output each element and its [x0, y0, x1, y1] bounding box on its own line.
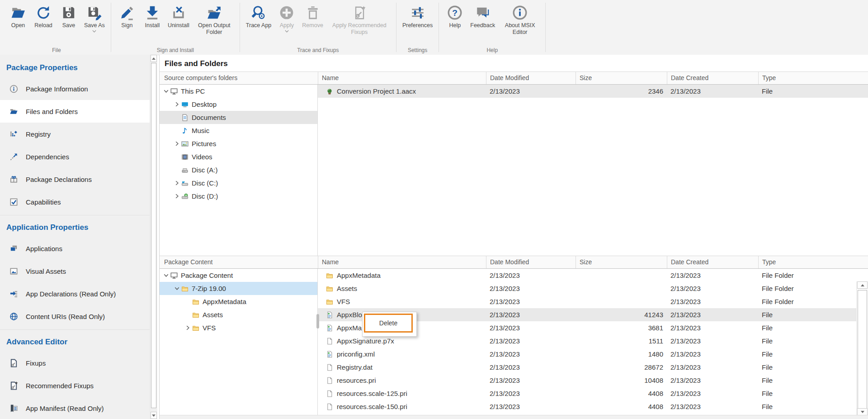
column-header-date-modified[interactable]: Date Modified [486, 256, 576, 268]
chevron-right-icon[interactable] [173, 101, 181, 108]
scroll-down-icon[interactable] [857, 408, 868, 415]
sidebar-scrollbar-thumb[interactable] [151, 63, 156, 408]
file-name: resources.scale-150.pri [337, 400, 407, 413]
context-menu-item-delete[interactable]: Delete [364, 314, 413, 333]
sidebar-item-registry[interactable]: Registry [0, 123, 150, 145]
chevron-right-icon[interactable] [173, 180, 181, 186]
tree-item-7-zip-19-00[interactable]: 7-Zip 19.00 [160, 282, 317, 295]
tree-column-header[interactable]: Package Content [160, 256, 318, 268]
tree-item-assets[interactable]: Assets [160, 308, 317, 321]
app-declarations-list-icon [9, 290, 18, 298]
about-msix-editor-button[interactable]: About MSIX Editor [498, 3, 542, 36]
tree-item-package-content[interactable]: Package Content [160, 269, 317, 282]
horizontal-scrollbar-track[interactable] [160, 415, 868, 419]
file-row-resources-scale-150-pri[interactable]: resources.scale-150.pri2/13/202344082/13… [318, 400, 857, 413]
chevron-right-icon[interactable] [184, 324, 192, 331]
tree-item-disc-a[interactable]: Disc (A:) [160, 163, 317, 176]
column-header-size[interactable]: Size [576, 256, 667, 268]
tree-item-disc-d[interactable]: Disc (D:) [160, 190, 317, 203]
plain-file-icon [326, 377, 333, 384]
file-type-cell: File [758, 321, 857, 334]
file-row-registry-dat[interactable]: Registry.dat2/13/2023286722/13/2023File [318, 361, 857, 374]
trace-app-button[interactable]: Trace App [243, 3, 274, 29]
column-header-type[interactable]: Type [758, 256, 868, 268]
file-list-scrollbar-thumb[interactable] [858, 290, 867, 415]
sidebar-item-app-manifest-read-only[interactable]: App Manifest (Read Only) [0, 397, 150, 419]
sidebar-item-fixups[interactable]: Fixups [0, 352, 150, 374]
file-row-assets[interactable]: Assets2/13/20232/13/2023File Folder [318, 282, 857, 295]
open-output-folder-button[interactable]: Open Output Folder [192, 3, 236, 36]
chevron-right-icon[interactable] [173, 140, 181, 147]
chevron-down-icon[interactable] [285, 30, 289, 33]
open-button[interactable]: Open [5, 3, 31, 29]
save-as-button[interactable]: Save As [81, 3, 108, 33]
tree-item-this-pc[interactable]: This PC [160, 85, 317, 98]
file-type-cell: File [758, 374, 857, 387]
tree-item-disc-c[interactable]: Disc (C:) [160, 176, 317, 190]
plain-file-icon [326, 390, 333, 397]
aacx-file-icon [326, 88, 333, 95]
chevron-right-icon[interactable] [173, 193, 181, 200]
file-row-conversion-project-1-aacx[interactable]: Conversion Project 1.aacx2/13/202323462/… [318, 85, 868, 98]
file-type-cell: File [758, 85, 868, 98]
sidebar-item-package-information[interactable]: Package Information [0, 77, 150, 100]
file-row-resources-pri[interactable]: resources.pri2/13/2023104082/13/2023File [318, 374, 857, 387]
folder-icon [192, 298, 199, 305]
tree-item-appxmetadata[interactable]: AppxMetadata [160, 295, 317, 308]
chevron-down-icon[interactable] [92, 30, 96, 33]
sign-pencil-icon [119, 3, 135, 22]
button-label: Open [11, 22, 25, 29]
sidebar-item-recommended-fixups[interactable]: Recommended Fixups [0, 374, 150, 397]
column-header-size[interactable]: Size [576, 72, 667, 84]
scroll-down-icon[interactable] [151, 412, 157, 419]
tree-column-header[interactable]: Source computer's folders [160, 72, 318, 84]
tree-item-pictures[interactable]: Pictures [160, 137, 317, 150]
tree-item-documents[interactable]: Documents [160, 111, 317, 124]
column-header-type[interactable]: Type [758, 72, 868, 84]
sidebar-item-app-declarations-read-only[interactable]: App Declarations (Read Only) [0, 282, 150, 305]
chevron-down-icon[interactable] [162, 88, 170, 95]
column-header-date-modified[interactable]: Date Modified [486, 72, 576, 84]
column-header-name[interactable]: Name [318, 72, 486, 84]
sidebar-item-package-declarations[interactable]: Package Declarations [0, 168, 150, 190]
tree-item-music[interactable]: Music [160, 124, 317, 137]
plain-file-icon [326, 364, 333, 371]
reload-button[interactable]: Reload [31, 3, 56, 29]
column-header-date-created[interactable]: Date Created [667, 256, 758, 268]
help-button[interactable]: ?Help [442, 3, 467, 29]
sidebar-item-capabilities[interactable]: Capabilities [0, 190, 150, 213]
scroll-up-icon[interactable] [151, 55, 157, 62]
sidebar-item-files-and-folders[interactable]: Files and Folders [0, 100, 150, 123]
panel-body: This PCDesktopDocumentsMusicPicturesVide… [160, 85, 868, 256]
sidebar-item-content-uris-read-only[interactable]: Content URIs (Read Only) [0, 305, 150, 328]
save-button[interactable]: Save [56, 3, 81, 29]
chevron-down-icon[interactable] [173, 285, 181, 292]
file-row-vfs[interactable]: VFS2/13/20232/13/2023File Folder [318, 295, 857, 308]
sidebar-item-visual-assets[interactable]: Visual Assets [0, 260, 150, 282]
file-row-resources-scale-125-pri[interactable]: resources.scale-125.pri2/13/202344082/13… [318, 387, 857, 400]
preferences-button[interactable]: Preferences [400, 3, 435, 29]
apply-recommended-fixups-button[interactable]: Apply Recommended Fixups [326, 3, 393, 36]
remove-button[interactable]: Remove [299, 3, 326, 29]
feedback-button[interactable]: Feedback [467, 3, 498, 29]
uninstall-button[interactable]: Uninstall [165, 3, 192, 29]
tree-item-vfs[interactable]: VFS [160, 321, 317, 334]
chevron-down-icon[interactable] [162, 272, 170, 279]
sidebar-item-applications[interactable]: Applications [0, 237, 150, 260]
tree-item-videos[interactable]: Videos [160, 150, 317, 163]
install-arrow-icon [145, 3, 160, 22]
apply-button[interactable]: Apply [274, 3, 299, 33]
sidebar-item-dependencies[interactable]: Dependencies [0, 145, 150, 168]
column-header-date-created[interactable]: Date Created [667, 72, 758, 84]
column-header-name[interactable]: Name [318, 256, 486, 268]
sidebar-scrollbar[interactable] [150, 55, 157, 419]
file-row-appxmetadata[interactable]: AppxMetadata2/13/20232/13/2023File Folde… [318, 269, 857, 282]
file-list-scrollbar[interactable] [856, 281, 868, 415]
page-title: Files and Folders [160, 55, 868, 72]
splitter-handle[interactable] [316, 314, 319, 329]
tree-item-desktop[interactable]: Desktop [160, 98, 317, 111]
sign-button[interactable]: Sign [114, 3, 140, 29]
install-button[interactable]: Install [140, 3, 165, 29]
file-row-priconfig-xml[interactable]: priconfig.xml2/13/202314802/13/2023File [318, 348, 857, 361]
scroll-up-icon[interactable] [857, 281, 868, 289]
